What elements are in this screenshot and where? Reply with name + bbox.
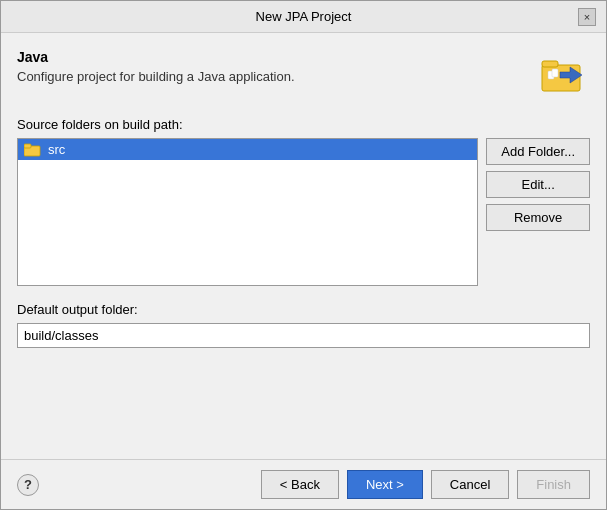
cancel-button[interactable]: Cancel xyxy=(431,470,509,499)
header-text: Java Configure project for building a Ja… xyxy=(17,49,530,84)
list-item-label: src xyxy=(48,142,65,157)
java-project-icon xyxy=(538,49,590,101)
header-title: Java xyxy=(17,49,530,65)
source-folders-row: src Add Folder... Edit... Remove xyxy=(17,138,590,286)
folder-icon xyxy=(24,143,42,157)
edit-button[interactable]: Edit... xyxy=(486,171,590,198)
svg-rect-1 xyxy=(542,61,558,67)
help-button[interactable]: ? xyxy=(17,474,39,496)
close-button[interactable]: × xyxy=(578,8,596,26)
finish-button[interactable]: Finish xyxy=(517,470,590,499)
java-icon-svg xyxy=(540,51,588,99)
output-folder-input[interactable] xyxy=(17,323,590,348)
side-buttons: Add Folder... Edit... Remove xyxy=(486,138,590,286)
title-bar: New JPA Project × xyxy=(1,1,606,33)
next-button[interactable]: Next > xyxy=(347,470,423,499)
dialog-title: New JPA Project xyxy=(29,9,578,24)
list-item[interactable]: src xyxy=(18,139,477,160)
add-folder-button[interactable]: Add Folder... xyxy=(486,138,590,165)
remove-button[interactable]: Remove xyxy=(486,204,590,231)
dialog-footer: ? < Back Next > Cancel Finish xyxy=(1,459,606,509)
header-description: Configure project for building a Java ap… xyxy=(17,69,530,84)
dialog-content: Java Configure project for building a Ja… xyxy=(1,33,606,459)
new-jpa-project-dialog: New JPA Project × Java Configure project… xyxy=(0,0,607,510)
back-button[interactable]: < Back xyxy=(261,470,339,499)
svg-rect-6 xyxy=(24,144,31,148)
output-folder-label: Default output folder: xyxy=(17,302,590,317)
source-folders-label: Source folders on build path: xyxy=(17,117,590,132)
source-folders-list[interactable]: src xyxy=(17,138,478,286)
header-row: Java Configure project for building a Ja… xyxy=(17,49,590,101)
svg-rect-4 xyxy=(552,69,558,77)
